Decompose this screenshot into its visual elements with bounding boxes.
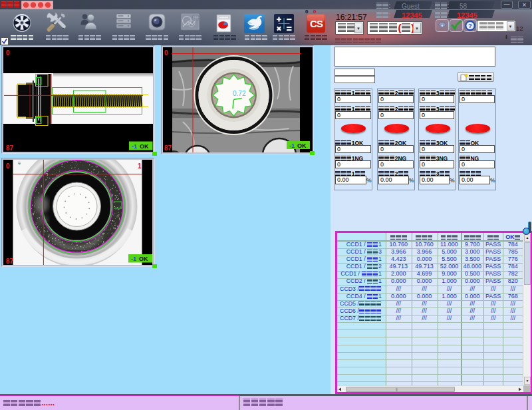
svg-text:1: 1 bbox=[138, 162, 142, 170]
svg-text:?: ? bbox=[468, 22, 472, 29]
svg-text:87: 87 bbox=[6, 144, 14, 152]
svg-text:0: 0 bbox=[6, 49, 10, 57]
svg-text:OK: OK bbox=[140, 143, 149, 150]
svg-text:-1: -1 bbox=[131, 256, 136, 262]
svg-text:CS: CS bbox=[310, 18, 323, 29]
svg-text:0: 0 bbox=[6, 162, 10, 170]
svg-text:0: 0 bbox=[164, 49, 168, 57]
svg-text:OK: OK bbox=[139, 256, 148, 262]
svg-text:OK: OK bbox=[297, 142, 307, 149]
svg-text:87: 87 bbox=[6, 258, 14, 265]
svg-text:-1: -1 bbox=[289, 142, 295, 149]
svg-text:87: 87 bbox=[164, 144, 172, 152]
svg-text:-1: -1 bbox=[132, 143, 137, 150]
svg-text:0.72: 0.72 bbox=[233, 90, 246, 97]
